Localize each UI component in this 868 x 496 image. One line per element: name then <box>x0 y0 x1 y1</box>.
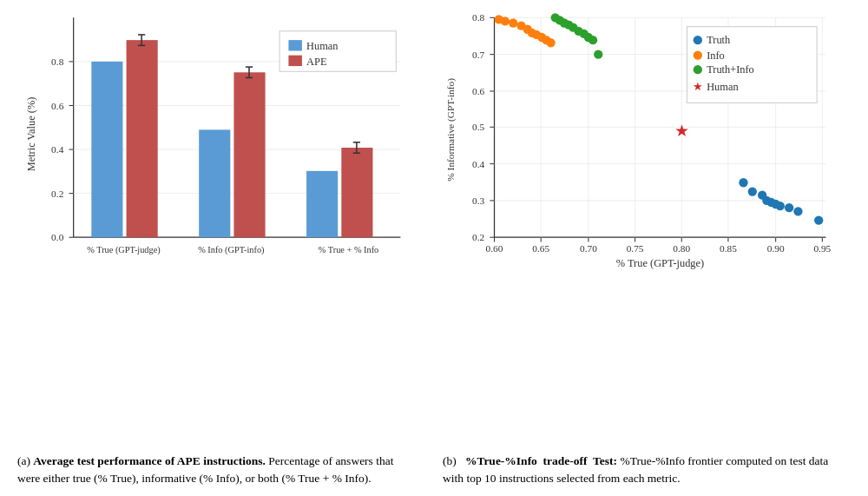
legend-ape-label: APE <box>306 56 326 68</box>
left-chart-area: 0.0 0.2 0.4 0.6 0.8 Metric Value (%) <box>17 9 425 447</box>
legend-ti-dot <box>694 65 702 74</box>
svg-text:0.7: 0.7 <box>472 50 485 60</box>
svg-text:0.2: 0.2 <box>472 232 485 242</box>
legend-ti-label: Truth+Info <box>707 63 754 76</box>
scatter-truth-8 <box>785 203 793 212</box>
svg-text:0.6: 0.6 <box>472 86 485 96</box>
svg-text:0.80: 0.80 <box>673 243 690 254</box>
scatter-truth-7 <box>776 202 785 210</box>
legend-info-dot <box>694 51 702 60</box>
svg-text:0.3: 0.3 <box>472 195 485 206</box>
legend-human-color <box>288 40 301 50</box>
right-caption-label: (b) <box>443 454 465 467</box>
svg-text:% Informative (GPT-info): % Informative (GPT-info) <box>445 78 457 182</box>
scatter-chart-svg: 0.2 0.3 0.4 0.5 0.6 0.7 0.8 <box>443 9 851 287</box>
left-chart-container: 0.0 0.2 0.4 0.6 0.8 Metric Value (%) <box>17 9 425 487</box>
scatter-info-10 <box>546 38 555 47</box>
bar-ape-1 <box>127 40 158 237</box>
svg-text:Metric Value (%): Metric Value (%) <box>25 97 37 172</box>
svg-text:0.85: 0.85 <box>720 243 737 254</box>
scatter-info-3 <box>509 18 517 27</box>
left-caption-bold: Average test performance of APE instruct… <box>33 454 265 467</box>
bar-ape-3 <box>341 148 372 237</box>
svg-text:% Info (GPT-info): % Info (GPT-info) <box>198 245 264 255</box>
right-chart-container: 0.2 0.3 0.4 0.5 0.6 0.7 0.8 <box>443 9 851 487</box>
scatter-human-star: ★ <box>674 122 689 140</box>
right-chart-area: 0.2 0.3 0.4 0.5 0.6 0.7 0.8 <box>443 9 851 447</box>
bar-human-2 <box>199 129 230 237</box>
svg-text:0.8: 0.8 <box>472 12 485 23</box>
svg-text:0.5: 0.5 <box>472 122 485 132</box>
charts-row: 0.0 0.2 0.4 0.6 0.8 Metric Value (%) <box>17 9 851 487</box>
svg-text:0.4: 0.4 <box>51 144 64 155</box>
svg-text:0.0: 0.0 <box>51 232 64 242</box>
scatter-truth-1 <box>739 178 747 187</box>
svg-text:0.75: 0.75 <box>627 243 644 254</box>
scatter-truth-9 <box>793 207 802 215</box>
bar-chart-svg: 0.0 0.2 0.4 0.6 0.8 Metric Value (%) <box>17 9 425 287</box>
bar-human-1 <box>91 62 122 237</box>
left-caption-label: (a) <box>17 454 33 467</box>
scatter-ti-10 <box>594 50 602 58</box>
svg-text:0.8: 0.8 <box>51 56 64 67</box>
legend-truth-label: Truth <box>707 34 731 46</box>
legend-human-label-scatter: Human <box>707 81 738 93</box>
legend-info-label: Info <box>707 50 725 62</box>
svg-text:0.2: 0.2 <box>51 188 64 199</box>
svg-text:0.6: 0.6 <box>51 101 64 111</box>
svg-text:% True (GPT-judge): % True (GPT-judge) <box>616 257 704 269</box>
scatter-ti-9 <box>589 36 597 44</box>
svg-text:0.4: 0.4 <box>472 159 485 169</box>
svg-text:0.90: 0.90 <box>767 243 785 254</box>
right-caption-bold: %True-%Info trade-off Test: <box>465 454 617 467</box>
scatter-truth-2 <box>748 187 757 195</box>
svg-text:0.95: 0.95 <box>813 243 831 254</box>
legend-truth-dot <box>694 36 702 44</box>
svg-text:% True (GPT-judge): % True (GPT-judge) <box>87 245 160 255</box>
legend-human-label: Human <box>306 40 338 52</box>
scatter-info-2 <box>501 17 510 25</box>
left-caption: (a) Average test performance of APE inst… <box>17 453 408 488</box>
bar-human-3 <box>306 171 338 237</box>
scatter-truth-10 <box>814 215 823 224</box>
right-caption: (b) %True-%Info trade-off Test: %True-%I… <box>443 453 833 488</box>
svg-text:0.65: 0.65 <box>532 243 549 254</box>
legend-ape-color <box>288 56 301 66</box>
svg-text:0.60: 0.60 <box>486 243 503 254</box>
svg-text:% True + % Info: % True + % Info <box>319 245 378 255</box>
bar-ape-2 <box>233 72 265 237</box>
svg-text:0.70: 0.70 <box>580 243 597 254</box>
legend-human-star: ★ <box>693 80 703 93</box>
